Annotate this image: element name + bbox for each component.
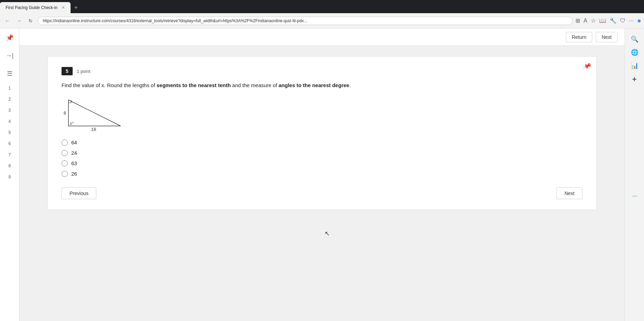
plus-right-icon[interactable]: + — [632, 75, 637, 84]
wave-icon[interactable]: 〰 — [632, 194, 637, 199]
question-points: 1 point — [77, 69, 90, 74]
pin-icon[interactable]: 📌 — [582, 61, 592, 71]
browser-chrome: First Pacing Guide Check-in ✕ + — [0, 0, 644, 13]
next-button-top[interactable]: Next — [596, 32, 618, 42]
browser-toolbar-icons: ⊞ A ☆ 📖 🔧 🛡 ··· ● — [576, 17, 641, 25]
left-sidebar: 📌 →| ☰ 1 2 3 4 5 6 7 8 9 — [0, 28, 19, 321]
choices-list: 64 24 63 26 — [62, 140, 582, 177]
edge-icon[interactable]: 🌐 — [631, 49, 638, 56]
content-area: Return Next 📌 5 1 point Find the value o… — [19, 28, 625, 321]
triangle-diagram: 8 18 x° — [62, 96, 138, 131]
question-text-part2: and the measure of — [231, 82, 279, 88]
tab-close-icon[interactable]: ✕ — [62, 5, 65, 10]
question-bold2: angles to the nearest degree — [279, 82, 349, 88]
sidebar-number-6[interactable]: 6 — [8, 141, 11, 146]
previous-button[interactable]: Previous — [62, 187, 96, 199]
tab-bar: First Pacing Guide Check-in ✕ + — [0, 0, 644, 13]
refresh-button[interactable]: ↻ — [26, 17, 35, 25]
question-header: 5 1 point — [62, 67, 582, 75]
back-button[interactable]: ← — [3, 17, 12, 25]
pin-sidebar-icon[interactable]: 📌 — [4, 32, 16, 44]
svg-text:18: 18 — [91, 127, 96, 131]
radio-26[interactable] — [62, 171, 68, 177]
grid-icon[interactable]: ⊞ — [576, 17, 580, 24]
choice-item-1: 64 — [62, 140, 582, 146]
choice-item-2: 24 — [62, 150, 582, 156]
reading-icon[interactable]: 📖 — [599, 17, 606, 24]
profile-icon[interactable]: ● — [637, 17, 641, 25]
font-icon[interactable]: A — [584, 18, 587, 24]
main-layout: 📌 →| ☰ 1 2 3 4 5 6 7 8 9 Return Next 📌 5… — [0, 28, 644, 321]
triangle-svg: 8 18 x° — [62, 96, 131, 131]
radio-64[interactable] — [62, 140, 68, 146]
address-bar-row: ← → ↻ ⊞ A ☆ 📖 🔧 🛡 ··· ● — [0, 13, 644, 28]
favorites-icon[interactable]: ☆ — [591, 17, 596, 24]
question-text: Find the value of x. Round the lengths o… — [62, 82, 582, 90]
content-toolbar: Return Next — [19, 28, 625, 46]
right-sidebar: 🔍 🌐 📊 + 〰 — [625, 28, 644, 321]
radio-63[interactable] — [62, 160, 68, 167]
choice-label-2: 24 — [71, 150, 77, 156]
sidebar-number-8[interactable]: 8 — [8, 163, 11, 168]
return-button[interactable]: Return — [566, 32, 592, 42]
sidebar-number-2[interactable]: 2 — [8, 97, 11, 102]
question-text-part1: Find the value of x. Round the lengths o… — [62, 82, 157, 88]
choice-label-3: 63 — [71, 160, 77, 166]
svg-text:8: 8 — [64, 110, 66, 116]
more-icon[interactable]: ··· — [629, 18, 634, 24]
question-text-part3: . — [349, 82, 351, 88]
choice-item-4: 26 — [62, 171, 582, 177]
tab-label: First Pacing Guide Check-in — [6, 5, 57, 10]
choice-label-4: 26 — [71, 171, 77, 177]
question-bold1: segments to the nearest tenth — [157, 82, 231, 88]
sidebar-number-9[interactable]: 9 — [8, 175, 11, 179]
question-card: 📌 5 1 point Find the value of x. Round t… — [47, 56, 597, 210]
active-tab[interactable]: First Pacing Guide Check-in ✕ — [0, 2, 71, 13]
shield-icon[interactable]: 🛡 — [620, 18, 626, 24]
question-number-badge: 5 — [62, 67, 73, 75]
next-button-card[interactable]: Next — [556, 187, 582, 199]
address-input[interactable] — [38, 17, 573, 25]
choice-item-3: 63 — [62, 160, 582, 167]
tab-add-button[interactable]: + — [71, 4, 81, 11]
office-icon[interactable]: 📊 — [631, 62, 638, 69]
forward-button[interactable]: → — [15, 17, 24, 25]
svg-marker-0 — [68, 100, 121, 126]
choice-label-1: 64 — [71, 140, 77, 145]
sidebar-number-5[interactable]: 5 — [8, 130, 11, 135]
menu-sidebar-icon[interactable]: ☰ — [5, 68, 15, 79]
svg-text:x°: x° — [70, 121, 74, 126]
sidebar-number-1[interactable]: 1 — [8, 86, 11, 91]
cursor-indicator: ↖ — [325, 230, 330, 237]
forward-sidebar-icon[interactable]: →| — [3, 50, 16, 61]
sidebar-number-7[interactable]: 7 — [8, 152, 11, 157]
search-right-icon[interactable]: 🔍 — [631, 35, 638, 43]
sidebar-number-4[interactable]: 4 — [8, 119, 11, 124]
extensions-icon[interactable]: 🔧 — [610, 17, 617, 24]
sidebar-number-3[interactable]: 3 — [8, 108, 11, 113]
card-navigation: Previous Next — [62, 187, 582, 199]
radio-24[interactable] — [62, 150, 68, 156]
